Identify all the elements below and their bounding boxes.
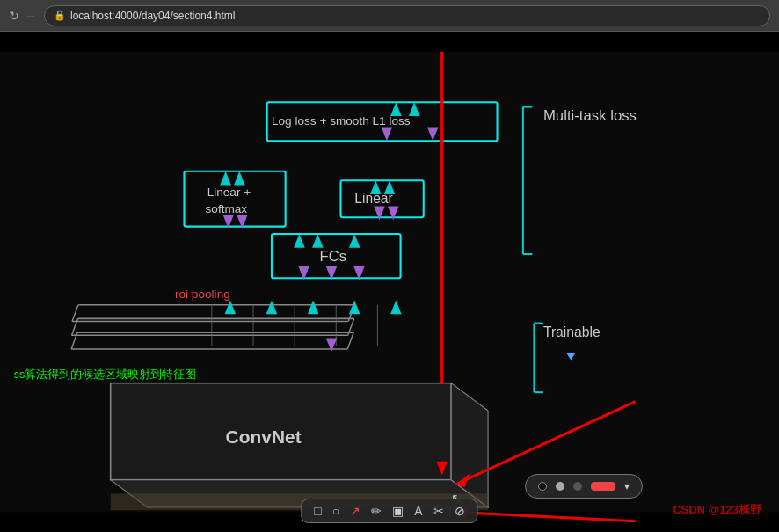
color-picker-toolbar[interactable]: ▾ [525, 474, 643, 499]
svg-text:FCs: FCs [319, 248, 346, 265]
url-text: localhost:4000/day04/section4.html [70, 10, 235, 22]
lock-icon: 🔒 [54, 10, 66, 21]
svg-text:ConvNet: ConvNet [226, 426, 302, 447]
text-tool[interactable]: A [414, 504, 422, 518]
pen-tool[interactable]: ✏ [371, 504, 382, 518]
arrow-tool[interactable]: ↗ [350, 504, 360, 518]
crop-tool[interactable]: ✂ [433, 504, 444, 518]
address-bar[interactable]: 🔒 localhost:4000/day04/section4.html [44, 5, 770, 26]
drawing-toolbar[interactable]: □ ○ ↗ ✏ ▣ A ✂ ⊘ [301, 499, 477, 523]
chevron-down-icon[interactable]: ▾ [624, 480, 630, 492]
browser-nav-icons: ↻ → [9, 9, 37, 23]
svg-text:Log loss + smooth L1 loss: Log loss + smooth L1 loss [272, 114, 411, 128]
browser-chrome: ↻ → 🔒 localhost:4000/day04/section4.html [0, 0, 779, 32]
ss-label: ss算法得到的候选区域映射到特征图 [14, 368, 197, 381]
rectangle-tool[interactable]: □ [314, 504, 321, 518]
color-dot-gray-dark[interactable] [573, 482, 582, 491]
select-tool[interactable]: ▣ [392, 504, 404, 518]
diagram-svg: Multi-task loss Trainable Log loss + smo… [0, 32, 779, 532]
svg-text:softmax: softmax [206, 202, 248, 215]
eraser-tool[interactable]: ⊘ [455, 504, 465, 518]
watermark: CSDN @123栎野 [673, 502, 761, 518]
circle-tool[interactable]: ○ [332, 504, 339, 518]
svg-text:Linear +: Linear + [207, 186, 251, 199]
reload-button[interactable]: ↻ [9, 9, 19, 23]
color-dot-red[interactable] [591, 482, 615, 491]
trainable-label: Trainable [543, 324, 601, 339]
multi-task-label: Multi-task loss [543, 107, 637, 124]
main-content: Multi-task loss Trainable Log loss + smo… [0, 32, 779, 532]
svg-line-58 [455, 512, 635, 521]
color-dot-black[interactable] [538, 482, 547, 491]
forward-button[interactable]: → [25, 9, 37, 23]
color-dot-gray-light[interactable] [556, 482, 564, 491]
roi-pooling-label: roi pooling [175, 288, 230, 301]
